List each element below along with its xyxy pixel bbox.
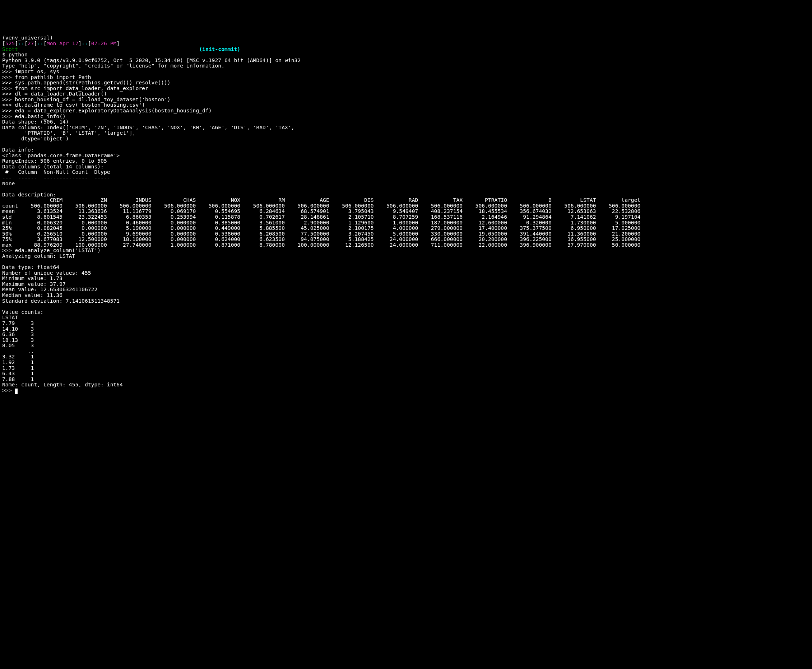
ps-user: Scott <box>2 46 18 52</box>
vc-footer: Name: count, Length: 455, dtype: int64 <box>2 382 123 387</box>
data-info-none: None <box>2 180 15 187</box>
git-branch: (init-commit) <box>199 46 240 52</box>
analyze-call: eda.analyze_column('LSTAT') <box>15 247 101 253</box>
repl-block: >>> import os, sys >>> from pathlib impo… <box>2 68 212 119</box>
vc-col: LSTAT <box>2 314 18 320</box>
data-info-class: <class 'pandas.core.frame.DataFrame'> <box>2 152 119 158</box>
describe-table: CRIM ZN INDUS CHAS NOX RM AGE DIS RAD TA… <box>2 197 641 248</box>
vc-dots: .. <box>2 348 34 354</box>
repl-ps1-analyze: >>> <box>2 247 15 253</box>
ps-open: [ <box>2 40 5 46</box>
terminal-cursor[interactable] <box>15 388 18 394</box>
ps-open4: [ <box>88 40 91 46</box>
analyze-stats: Data type: float64 Number of unique valu… <box>2 264 119 303</box>
analyze-hdr: Analyzing column: LSTAT <box>2 253 75 259</box>
venv-indicator: (venv_universal) <box>2 34 53 40</box>
ps-time: 07:26 PM <box>91 40 117 46</box>
final-repl-prompt[interactable]: >>> <box>2 387 15 393</box>
basic-info-shape: Data shape: (506, 14) <box>2 119 69 124</box>
ps-sep-2: :: <box>37 40 44 46</box>
terminal-screen[interactable]: { "prompt": { "venv": "(venv_universal)"… <box>0 11 812 403</box>
shell-command: python <box>8 51 28 57</box>
python-banner-1: Python 3.9.0 (tags/v3.9.0:9cf6752, Oct 5… <box>2 57 301 63</box>
python-banner-2: Type "help", "copyright", "credits" or "… <box>2 62 224 69</box>
basic-info-cols3: dtype='object') <box>2 135 69 141</box>
ps-close: ] <box>15 40 18 46</box>
data-info-range: RangeIndex: 506 entries, 0 to 505 <box>2 158 107 164</box>
ps-num-b: 27 <box>28 40 34 46</box>
basic-info-cols1: Data columns: Index(['CRIM', 'ZN', 'INDU… <box>2 124 294 130</box>
ps-date: Mon Apr 17 <box>47 40 78 46</box>
data-info-hdr: Data info: <box>2 146 34 153</box>
describe-title: Data description: <box>2 192 56 198</box>
ps-close3: ] <box>78 40 82 46</box>
vc-hdr: Value counts: <box>2 309 44 315</box>
ps-close4: ] <box>116 40 119 46</box>
ps-pad <box>18 46 199 52</box>
basic-info-cols2: 'PTRATIO', 'B', 'LSTAT', 'target'], <box>2 129 135 136</box>
ps-sep-3: :: <box>82 40 88 46</box>
ps-open2: [ <box>24 40 28 46</box>
bottom-rule <box>2 394 810 394</box>
ps-sep-1: :: <box>18 40 24 46</box>
ps-open3: [ <box>44 40 47 46</box>
shell-dollar: $ <box>2 51 8 57</box>
data-info-sep: --- ------ -------------- ----- <box>2 175 110 181</box>
data-info-hdr2: # Column Non-Null Count Dtype <box>2 169 110 175</box>
vc-bot-rows: 3.32 1 1.92 1 1.73 1 6.43 1 7.88 1 <box>2 353 34 382</box>
vc-top-rows: 7.79 3 14.10 3 6.36 3 18.13 3 8.05 3 <box>2 320 34 348</box>
ps-num-a: 525 <box>5 40 15 46</box>
data-info-cols: Data columns (total 14 columns): <box>2 163 104 170</box>
ps-close2: ] <box>34 40 37 46</box>
